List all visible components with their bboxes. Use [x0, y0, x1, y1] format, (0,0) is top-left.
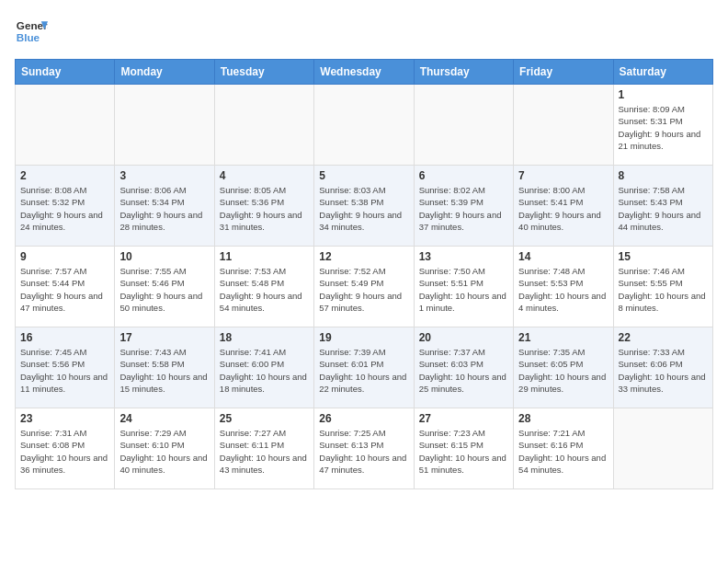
day-info: Sunrise: 7:21 AM Sunset: 6:16 PM Dayligh… — [518, 427, 608, 476]
weekday-header-thursday: Thursday — [414, 60, 513, 85]
logo-icon: General Blue — [15, 15, 48, 48]
calendar-cell: 3Sunrise: 8:06 AM Sunset: 5:34 PM Daylig… — [115, 166, 214, 247]
day-number: 23 — [20, 412, 109, 425]
weekday-header-friday: Friday — [514, 60, 613, 85]
calendar-cell — [16, 85, 115, 166]
calendar-cell: 17Sunrise: 7:43 AM Sunset: 5:58 PM Dayli… — [115, 327, 214, 408]
day-info: Sunrise: 8:08 AM Sunset: 5:32 PM Dayligh… — [20, 184, 109, 233]
day-info: Sunrise: 8:00 AM Sunset: 5:41 PM Dayligh… — [518, 184, 608, 233]
day-info: Sunrise: 7:48 AM Sunset: 5:53 PM Dayligh… — [518, 265, 608, 314]
day-info: Sunrise: 7:52 AM Sunset: 5:49 PM Dayligh… — [319, 265, 408, 314]
day-info: Sunrise: 7:58 AM Sunset: 5:43 PM Dayligh… — [619, 184, 708, 233]
day-number: 28 — [518, 412, 608, 425]
day-number: 27 — [419, 412, 508, 425]
day-info: Sunrise: 7:53 AM Sunset: 5:48 PM Dayligh… — [220, 265, 309, 314]
day-number: 16 — [20, 331, 109, 344]
day-info: Sunrise: 7:29 AM Sunset: 6:10 PM Dayligh… — [119, 427, 209, 476]
day-number: 7 — [518, 169, 608, 182]
day-number: 17 — [119, 331, 209, 344]
calendar-cell — [214, 85, 313, 166]
calendar-cell: 11Sunrise: 7:53 AM Sunset: 5:48 PM Dayli… — [214, 247, 313, 327]
day-number: 15 — [619, 250, 708, 263]
calendar-cell: 1Sunrise: 8:09 AM Sunset: 5:31 PM Daylig… — [613, 85, 712, 166]
weekday-header-saturday: Saturday — [613, 60, 712, 85]
calendar-week-row: 23Sunrise: 7:31 AM Sunset: 6:08 PM Dayli… — [16, 408, 713, 489]
day-number: 1 — [619, 88, 708, 101]
day-info: Sunrise: 7:23 AM Sunset: 6:15 PM Dayligh… — [419, 427, 508, 476]
day-info: Sunrise: 7:55 AM Sunset: 5:46 PM Dayligh… — [119, 265, 209, 314]
day-number: 19 — [319, 331, 408, 344]
day-info: Sunrise: 7:27 AM Sunset: 6:11 PM Dayligh… — [220, 427, 309, 476]
day-number: 11 — [220, 250, 309, 263]
calendar-cell: 24Sunrise: 7:29 AM Sunset: 6:10 PM Dayli… — [115, 408, 214, 489]
calendar-cell: 7Sunrise: 8:00 AM Sunset: 5:41 PM Daylig… — [514, 166, 613, 247]
calendar-cell — [613, 408, 712, 489]
calendar-cell: 23Sunrise: 7:31 AM Sunset: 6:08 PM Dayli… — [16, 408, 115, 489]
calendar-week-row: 9Sunrise: 7:57 AM Sunset: 5:44 PM Daylig… — [16, 247, 713, 327]
calendar-cell — [514, 85, 613, 166]
weekday-header-tuesday: Tuesday — [214, 60, 313, 85]
calendar-cell: 21Sunrise: 7:35 AM Sunset: 6:05 PM Dayli… — [514, 327, 613, 408]
calendar-cell: 8Sunrise: 7:58 AM Sunset: 5:43 PM Daylig… — [613, 166, 712, 247]
day-number: 12 — [319, 250, 408, 263]
day-number: 22 — [619, 331, 708, 344]
day-number: 3 — [119, 169, 209, 182]
day-number: 9 — [20, 250, 109, 263]
calendar-cell: 15Sunrise: 7:46 AM Sunset: 5:55 PM Dayli… — [613, 247, 712, 327]
calendar-cell: 10Sunrise: 7:55 AM Sunset: 5:46 PM Dayli… — [115, 247, 214, 327]
day-info: Sunrise: 7:39 AM Sunset: 6:01 PM Dayligh… — [319, 346, 408, 395]
day-number: 25 — [220, 412, 309, 425]
calendar-cell: 13Sunrise: 7:50 AM Sunset: 5:51 PM Dayli… — [414, 247, 513, 327]
calendar-table: SundayMondayTuesdayWednesdayThursdayFrid… — [15, 59, 713, 489]
weekday-header-monday: Monday — [115, 60, 214, 85]
day-number: 10 — [119, 250, 209, 263]
day-info: Sunrise: 8:02 AM Sunset: 5:39 PM Dayligh… — [419, 184, 508, 233]
day-number: 13 — [419, 250, 508, 263]
calendar-cell: 12Sunrise: 7:52 AM Sunset: 5:49 PM Dayli… — [314, 247, 414, 327]
calendar-week-row: 16Sunrise: 7:45 AM Sunset: 5:56 PM Dayli… — [16, 327, 713, 408]
calendar-cell: 4Sunrise: 8:05 AM Sunset: 5:36 PM Daylig… — [214, 166, 313, 247]
day-number: 20 — [419, 331, 508, 344]
day-number: 18 — [220, 331, 309, 344]
day-info: Sunrise: 7:25 AM Sunset: 6:13 PM Dayligh… — [319, 427, 408, 476]
calendar-cell: 22Sunrise: 7:33 AM Sunset: 6:06 PM Dayli… — [613, 327, 712, 408]
day-number: 21 — [518, 331, 608, 344]
calendar-cell: 6Sunrise: 8:02 AM Sunset: 5:39 PM Daylig… — [414, 166, 513, 247]
day-info: Sunrise: 8:03 AM Sunset: 5:38 PM Dayligh… — [319, 184, 408, 233]
day-info: Sunrise: 8:05 AM Sunset: 5:36 PM Dayligh… — [220, 184, 309, 233]
day-number: 6 — [419, 169, 508, 182]
day-number: 14 — [518, 250, 608, 263]
day-info: Sunrise: 7:50 AM Sunset: 5:51 PM Dayligh… — [419, 265, 508, 314]
day-info: Sunrise: 7:46 AM Sunset: 5:55 PM Dayligh… — [619, 265, 708, 314]
logo: General Blue — [15, 15, 48, 48]
calendar-cell — [414, 85, 513, 166]
day-number: 26 — [319, 412, 408, 425]
day-number: 24 — [119, 412, 209, 425]
calendar-week-row: 2Sunrise: 8:08 AM Sunset: 5:32 PM Daylig… — [16, 166, 713, 247]
day-number: 8 — [619, 169, 708, 182]
day-info: Sunrise: 7:37 AM Sunset: 6:03 PM Dayligh… — [419, 346, 508, 395]
day-info: Sunrise: 7:45 AM Sunset: 5:56 PM Dayligh… — [20, 346, 109, 395]
day-info: Sunrise: 7:35 AM Sunset: 6:05 PM Dayligh… — [518, 346, 608, 395]
day-info: Sunrise: 7:57 AM Sunset: 5:44 PM Dayligh… — [20, 265, 109, 314]
day-number: 4 — [220, 169, 309, 182]
calendar-cell: 28Sunrise: 7:21 AM Sunset: 6:16 PM Dayli… — [514, 408, 613, 489]
day-info: Sunrise: 7:31 AM Sunset: 6:08 PM Dayligh… — [20, 427, 109, 476]
calendar-cell: 19Sunrise: 7:39 AM Sunset: 6:01 PM Dayli… — [314, 327, 414, 408]
calendar-cell — [115, 85, 214, 166]
calendar-cell: 9Sunrise: 7:57 AM Sunset: 5:44 PM Daylig… — [16, 247, 115, 327]
calendar-cell: 25Sunrise: 7:27 AM Sunset: 6:11 PM Dayli… — [214, 408, 313, 489]
calendar-cell: 18Sunrise: 7:41 AM Sunset: 6:00 PM Dayli… — [214, 327, 313, 408]
calendar-week-row: 1Sunrise: 8:09 AM Sunset: 5:31 PM Daylig… — [16, 85, 713, 166]
calendar-cell: 20Sunrise: 7:37 AM Sunset: 6:03 PM Dayli… — [414, 327, 513, 408]
day-info: Sunrise: 7:33 AM Sunset: 6:06 PM Dayligh… — [619, 346, 708, 395]
calendar-cell — [314, 85, 414, 166]
page-header: General Blue — [15, 15, 713, 48]
weekday-header-sunday: Sunday — [16, 60, 115, 85]
calendar-cell: 2Sunrise: 8:08 AM Sunset: 5:32 PM Daylig… — [16, 166, 115, 247]
weekday-header-row: SundayMondayTuesdayWednesdayThursdayFrid… — [16, 60, 713, 85]
calendar-cell: 14Sunrise: 7:48 AM Sunset: 5:53 PM Dayli… — [514, 247, 613, 327]
calendar-cell: 26Sunrise: 7:25 AM Sunset: 6:13 PM Dayli… — [314, 408, 414, 489]
calendar-cell: 27Sunrise: 7:23 AM Sunset: 6:15 PM Dayli… — [414, 408, 513, 489]
calendar-cell: 16Sunrise: 7:45 AM Sunset: 5:56 PM Dayli… — [16, 327, 115, 408]
